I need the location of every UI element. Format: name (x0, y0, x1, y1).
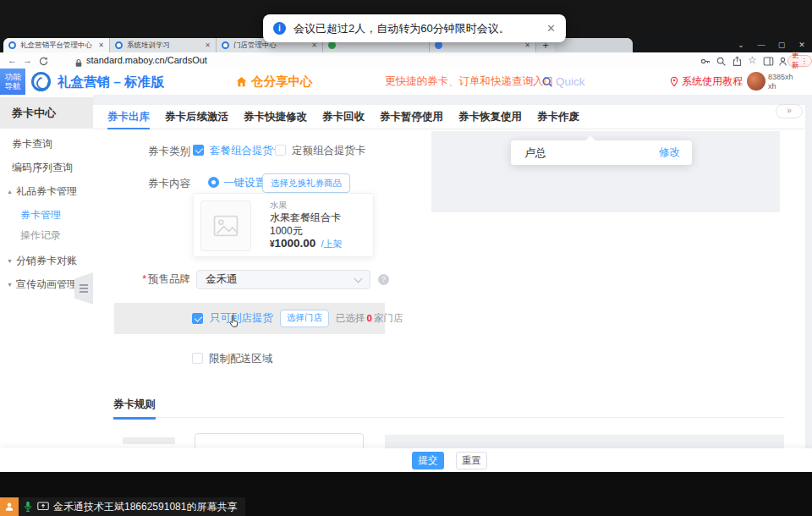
content-tab-bar: 券卡出库 券卡后续激活 券卡快捷修改 券卡回收 券卡暂停使用 券卡恢复使用 券卡… (93, 105, 805, 129)
microphone-icon (23, 501, 33, 513)
select-store-button[interactable]: 选择门店 (280, 310, 329, 327)
collapse-down-icon: ▼ (7, 258, 13, 264)
magnifier-icon (541, 76, 553, 88)
tab-card-activation[interactable]: 券卡后续激活 (165, 105, 228, 129)
tutorial-label: 系统使用教程 (682, 74, 743, 89)
chevron-down-icon (354, 275, 363, 283)
forward-icon[interactable]: → (23, 52, 32, 69)
side-panel-icon[interactable] (763, 55, 775, 66)
reload-icon[interactable] (38, 55, 50, 66)
checkbox-fixed-amount-card-label[interactable]: 定额组合提货卡 (292, 144, 366, 158)
sidebar-group-gift-card-mgmt[interactable]: ▲礼品券卡管理 (7, 184, 77, 199)
group-label: 礼品券卡管理 (16, 185, 77, 197)
submit-button[interactable]: 提交 (412, 452, 444, 469)
selected-store-count: 已选择0家门店 (336, 312, 403, 325)
tab-close-icon[interactable]: ✕ (524, 41, 530, 49)
tab-favicon-icon (115, 41, 123, 49)
meeting-banner: i 会议已超过2人，自动转为60分钟限时会议。 ✕ (263, 14, 566, 42)
meeting-banner-text: 会议已超过2人，自动转为60分钟限时会议。 (294, 21, 510, 36)
info-icon: i (273, 22, 286, 35)
checkbox-store-pickup-only[interactable] (192, 313, 203, 324)
window-menu-icon[interactable]: ⌄ (732, 38, 749, 52)
zoom-icon[interactable] (716, 55, 727, 66)
browser-tab-gift-admin[interactable]: 礼盒营销平台管理中心 ✕ (3, 38, 110, 52)
sidebar-section-title: 券卡中心 (0, 97, 93, 129)
user-avatar[interactable] (747, 72, 765, 91)
tab-close-icon[interactable]: ✕ (311, 41, 317, 49)
form-footer: 提交 重置 (0, 448, 812, 472)
clipped-text-input[interactable] (195, 433, 364, 450)
tabbar-more-button[interactable]: » (776, 104, 803, 118)
fn-nav-line1: 功能 (0, 72, 25, 81)
pickup-row: 只可到店提货 选择门店 已选择0家门店 (192, 309, 403, 327)
radio-one-click-setup-label[interactable]: 一键设置 (223, 176, 266, 190)
share-icon[interactable] (732, 55, 743, 66)
product-category: 水果 (270, 200, 287, 211)
sidebar-group-distribution-recon[interactable]: ▼分销券卡对账 (7, 254, 77, 268)
product-card: 水果 水果套餐组合卡 1000元 ¥ 1000.00 /上架 (193, 193, 374, 257)
window-maximize-icon[interactable]: ▢ (773, 38, 790, 52)
sidebar-item-op-records[interactable]: 操作记录 (20, 228, 61, 243)
system-tutorial-link[interactable]: 系统使用教程 (669, 69, 743, 95)
tab-favicon-icon (435, 41, 442, 49)
presale-brand-select[interactable]: 金禾通 (196, 270, 370, 289)
tab-card-suspend[interactable]: 券卡暂停使用 (380, 105, 443, 129)
pointing-hand-icon: ☞ (525, 69, 536, 95)
function-nav-toggle[interactable]: 功能 导航 (0, 69, 25, 95)
sidebar-item-card-query[interactable]: 券卡查询 (12, 137, 52, 151)
quick-search-link[interactable]: Quick (541, 69, 585, 95)
modify-link[interactable]: 修改 (659, 145, 680, 160)
banner-close-icon[interactable]: ✕ (546, 22, 556, 35)
product-status-link[interactable]: /上架 (321, 238, 342, 250)
select-gift-goods-button[interactable]: 选择兑换礼券商品 (262, 173, 350, 193)
required-mark: * (142, 273, 146, 285)
url-text[interactable]: standard.maboy.cn/CardsOut (86, 52, 207, 69)
help-icon[interactable]: ? (378, 274, 389, 285)
checkbox-store-pickup-label[interactable]: 只可到店提货 (210, 311, 273, 326)
tab-close-icon[interactable]: ✕ (98, 41, 104, 49)
checkbox-package-card-label[interactable]: 套餐组合提货卡 (210, 144, 284, 158)
sidebar-item-card-mgmt-active[interactable]: 券卡管理 (20, 208, 61, 222)
bottom-bar: 金禾通技术王斌18662591081的屏幕共享 (0, 472, 812, 516)
tab-card-void[interactable]: 券卡作废 (537, 105, 579, 129)
sidebar-group-promo-animation[interactable]: ▼宣传动画管理 (7, 277, 77, 292)
tab-card-recycle[interactable]: 券卡回收 (322, 105, 365, 129)
checkbox-delivery-limit[interactable] (192, 353, 203, 364)
screen-share-text: 金禾通技术王斌18662591081的屏幕共享 (53, 500, 237, 514)
tab-card-quick-edit[interactable]: 券卡快捷修改 (244, 105, 307, 129)
sidebar: 券卡中心 券卡查询 编码序列查询 ▲礼品券卡管理 券卡管理 操作记录 ▼分销券卡… (0, 95, 93, 472)
tab-card-outbound[interactable]: 券卡出库 (107, 105, 150, 129)
reset-button[interactable]: 重置 (456, 452, 487, 469)
browser-update-button[interactable]: 更新 ⋮ (787, 55, 812, 67)
fn-nav-line2: 导航 (0, 81, 25, 91)
radio-one-click-setup[interactable] (208, 177, 219, 188)
rules-section-header: 券卡规则 (113, 396, 785, 418)
checkbox-fixed-amount-card[interactable] (275, 145, 286, 156)
product-price-row: ¥ 1000.00 /上架 (270, 237, 342, 250)
sidebar-item-code-seq-query[interactable]: 编码序列查询 (12, 161, 73, 175)
tab-strip-filler (555, 38, 633, 52)
contact-popover: 卢总 修改 (511, 140, 692, 165)
quick-label: Quick (556, 75, 585, 88)
selected-count: 0 (367, 313, 372, 323)
tab-favicon-icon (8, 41, 16, 49)
browser-tab-training[interactable]: 系统培训学习 ✕ (110, 38, 217, 52)
back-icon[interactable]: ← (8, 52, 17, 69)
lock-icon (74, 56, 86, 67)
password-key-icon[interactable] (700, 55, 711, 66)
checkbox-delivery-limit-label[interactable]: 限制配送区域 (209, 352, 272, 366)
tab-card-resume[interactable]: 券卡恢复使用 (458, 105, 522, 129)
person-icon (3, 501, 15, 513)
presale-brand-label: *预售品牌 (102, 272, 190, 287)
share-center-label: 仓分享中心 (251, 74, 313, 90)
card-type-label: 券卡类别 (102, 145, 190, 159)
checkbox-package-card[interactable] (193, 145, 204, 156)
sidebar-collapse-handle[interactable] (74, 272, 93, 305)
warehouse-share-center-link[interactable]: 仓分享中心 (235, 69, 313, 95)
browser-address-bar: ← → standard.maboy.cn/CardsOut ☆ 更新 ⋮ (0, 52, 812, 69)
window-minimize-icon[interactable]: — (753, 38, 770, 52)
bookmark-star-icon[interactable]: ☆ (748, 52, 757, 69)
mouse-cursor-icon (227, 314, 241, 333)
tab-close-icon[interactable]: ✕ (205, 41, 211, 49)
tab-favicon-icon (222, 41, 229, 49)
